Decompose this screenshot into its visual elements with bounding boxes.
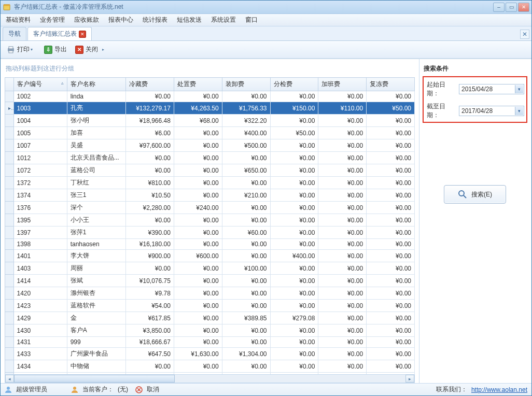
table-row[interactable]: ▸1003孔亮¥132,279.17¥4,263.50¥1,756.33¥150… xyxy=(5,102,415,115)
cell-amount: ¥0.00 xyxy=(222,250,270,262)
col-customer-name[interactable]: 客户名称 xyxy=(67,78,125,91)
table-row[interactable]: 1012北京天昌斋食品...¥0.00¥0.00¥0.00¥0.00¥0.00¥… xyxy=(5,152,415,164)
horizontal-scrollbar[interactable]: ◂ ▸ xyxy=(5,374,415,383)
table-row[interactable]: 1433广州蒙牛食品¥647.50¥1,630.00¥1,304.00¥0.00… xyxy=(5,348,415,360)
cell-amount: ¥0.00 xyxy=(318,239,367,250)
cell-amount: ¥0.00 xyxy=(174,152,222,164)
cell-customer-id: 1433 xyxy=(13,348,67,360)
table-row[interactable]: 1002linda¥0.00¥0.00¥0.00¥0.00¥0.00¥0.00 xyxy=(5,91,415,102)
col-disposal-fee[interactable]: 处置费 xyxy=(174,78,222,91)
col-storage-fee[interactable]: 冷藏费 xyxy=(126,78,174,91)
table-row[interactable]: 1431999¥18,666.67¥0.00¥0.00¥0.00¥0.00¥0.… xyxy=(5,337,415,348)
cell-customer-name: 金 xyxy=(67,312,125,324)
cell-amount: ¥0.00 xyxy=(126,91,174,102)
table-row[interactable]: 1376深个¥2,280.00¥240.00¥0.00¥0.00¥0.00¥0.… xyxy=(5,202,415,214)
table-row[interactable]: 1005加喜¥6.00¥0.00¥400.00¥50.00¥0.00¥0.00 xyxy=(5,127,415,139)
toolbar-label: 打印 xyxy=(17,45,30,54)
cell-amount: ¥68.00 xyxy=(174,115,222,127)
table-row[interactable]: 1429金¥617.85¥0.00¥389.85¥279.08¥0.00¥0.0… xyxy=(5,312,415,324)
col-sorting-fee[interactable]: 分检费 xyxy=(270,78,318,91)
table-row[interactable]: 1397张萍1¥390.00¥0.00¥60.00¥0.00¥0.00¥0.00 xyxy=(5,227,415,239)
cell-amount: ¥0.00 xyxy=(318,91,367,102)
cell-customer-id: 1429 xyxy=(13,312,67,324)
scroll-left-button[interactable]: ◂ xyxy=(5,375,14,383)
cell-customer-id: 1431 xyxy=(13,337,67,348)
tab-closeall-button[interactable]: ✕ xyxy=(520,30,529,39)
window-title: 客户结账汇总表 - 傲蓝冷库管理系统.net xyxy=(14,3,493,11)
search-button[interactable]: 搜索(E) xyxy=(444,185,506,204)
statusbar: 超级管理员 当前客户： (无) 取消 联系我们： http://www.aola… xyxy=(1,383,531,395)
cell-amount: ¥0.00 xyxy=(270,227,318,239)
menu-stats[interactable]: 统计报表 xyxy=(143,16,167,24)
cancel-icon[interactable] xyxy=(135,386,143,393)
col-refreeze-fee[interactable]: 复冻费 xyxy=(367,78,415,91)
table-row[interactable]: 1420滁州银杏¥9.78¥0.00¥0.00¥0.00¥0.00¥0.00 xyxy=(5,287,415,300)
tab-close-icon[interactable]: ✕ xyxy=(79,31,86,38)
contact-link[interactable]: http://www.aolan.net xyxy=(471,386,527,393)
table-row[interactable]: 1423蓝格软件¥54.00¥0.00¥0.00¥0.00¥0.00¥0.00 xyxy=(5,300,415,312)
cell-amount: ¥0.00 xyxy=(318,262,367,275)
start-date-input[interactable]: 2015/04/28 ▾ xyxy=(459,84,524,94)
cell-amount: ¥0.00 xyxy=(270,202,318,214)
close-tab-button[interactable]: ✕ 关闭 xyxy=(72,44,101,55)
cell-amount: ¥0.00 xyxy=(222,239,270,250)
cell-amount: ¥97,600.00 xyxy=(126,139,174,152)
dropdown-icon[interactable]: ▾ xyxy=(515,85,523,93)
cell-customer-name: 广州蒙牛食品 xyxy=(67,348,125,360)
row-marker xyxy=(5,262,14,275)
cell-amount: ¥0.00 xyxy=(270,337,318,348)
cell-amount: ¥0.00 xyxy=(367,139,415,152)
cell-amount: ¥0.00 xyxy=(174,91,222,102)
dropdown-icon[interactable]: ▾ xyxy=(515,107,523,115)
table-row[interactable]: 1414张斌¥10,076.75¥0.00¥0.00¥0.00¥0.00¥0.0… xyxy=(5,275,415,287)
export-button[interactable]: ⇩ 导出 xyxy=(41,44,70,55)
menu-business[interactable]: 业务管理 xyxy=(40,16,65,24)
table-row[interactable]: 1401李大饼¥900.00¥600.00¥0.00¥400.00¥0.00¥0… xyxy=(5,250,415,262)
cell-amount: ¥3,850.00 xyxy=(126,324,174,337)
col-handling-fee[interactable]: 装卸费 xyxy=(222,78,270,91)
grid-scroll[interactable]: 客户编号▵ 客户名称 冷藏费 处置费 装卸费 分检费 加班费 复冻费 1002l… xyxy=(1,77,419,374)
minimize-button[interactable]: – xyxy=(493,3,505,12)
tab-customer-summary[interactable]: 客户结账汇总表 ✕ xyxy=(27,27,92,40)
cell-customer-name: 深个 xyxy=(67,202,125,214)
col-customer-id[interactable]: 客户编号▵ xyxy=(13,78,67,91)
cell-amount: ¥50.00 xyxy=(270,127,318,139)
menu-report-center[interactable]: 报表中心 xyxy=(108,16,133,24)
col-overtime-fee[interactable]: 加班费 xyxy=(318,78,367,91)
menu-basic[interactable]: 基础资料 xyxy=(6,16,31,24)
tabstrip: 导航 客户结账汇总表 ✕ ✕ xyxy=(1,26,531,41)
table-row[interactable]: 1430客户A¥3,850.00¥0.00¥0.00¥0.00¥0.00¥0.0… xyxy=(5,324,415,337)
cell-amount: ¥279.08 xyxy=(270,312,318,324)
menu-sms[interactable]: 短信发送 xyxy=(177,16,202,24)
table-row[interactable]: 1403周丽¥0.00¥0.00¥100.00¥0.00¥0.00¥0.00 xyxy=(5,262,415,275)
cell-amount: ¥0.00 xyxy=(222,360,270,373)
table-row[interactable]: 1072蓝格公司¥0.00¥0.00¥650.00¥0.00¥0.00¥0.00 xyxy=(5,164,415,177)
scroll-thumb[interactable] xyxy=(14,375,175,383)
tab-nav[interactable]: 导航 xyxy=(3,27,26,40)
menu-window[interactable]: 窗口 xyxy=(245,16,258,24)
table-row[interactable]: 1395小小王¥0.00¥0.00¥0.00¥0.00¥0.00¥0.00 xyxy=(5,214,415,227)
cell-amount: ¥18,966.48 xyxy=(126,115,174,127)
table-row[interactable]: 1007吴盛¥97,600.00¥0.00¥500.00¥0.00¥0.00¥0… xyxy=(5,139,415,152)
print-button[interactable]: 打印 ▾ xyxy=(4,44,39,55)
maximize-button[interactable]: ▭ xyxy=(506,3,517,12)
menu-receivables[interactable]: 应收账款 xyxy=(74,16,99,24)
cell-customer-name: 999 xyxy=(67,337,125,348)
table-row[interactable]: 1374张三1¥10.50¥0.00¥210.00¥0.00¥0.00¥0.00 xyxy=(5,189,415,202)
toolbar-overflow-icon[interactable]: ▸ xyxy=(102,47,107,52)
close-button[interactable]: ✕ xyxy=(518,3,529,12)
cell-amount: ¥0.00 xyxy=(174,189,222,202)
table-row[interactable]: 1372丁秋红¥810.00¥0.00¥0.00¥0.00¥0.00¥0.00 xyxy=(5,177,415,189)
table-row[interactable]: 1434中物储¥0.00¥0.00¥0.00¥0.00¥0.00¥0.00 xyxy=(5,360,415,373)
end-date-row: 截至日期： 2017/04/28 ▾ xyxy=(427,102,524,120)
cancel-customer[interactable]: 取消 xyxy=(147,385,159,394)
table-row[interactable]: 1004张小明¥18,966.48¥68.00¥322.20¥0.00¥0.00… xyxy=(5,115,415,127)
cell-amount: ¥0.00 xyxy=(367,214,415,227)
cell-amount: ¥0.00 xyxy=(126,360,174,373)
menu-system[interactable]: 系统设置 xyxy=(211,16,236,24)
cell-amount: ¥0.00 xyxy=(270,152,318,164)
cell-amount: ¥60.00 xyxy=(222,227,270,239)
end-date-input[interactable]: 2017/04/28 ▾ xyxy=(459,106,524,116)
scroll-right-button[interactable]: ▸ xyxy=(405,375,414,383)
table-row[interactable]: 1398tanhaosen¥16,180.00¥0.00¥0.00¥0.00¥0… xyxy=(5,239,415,250)
